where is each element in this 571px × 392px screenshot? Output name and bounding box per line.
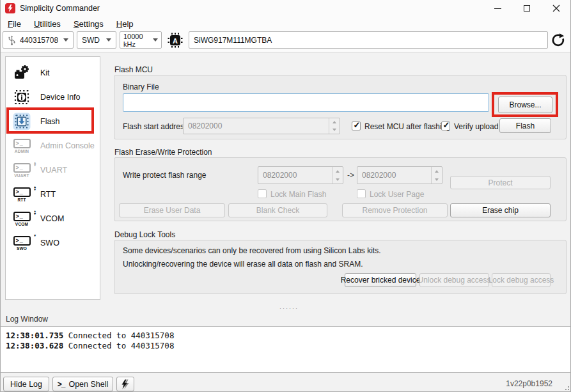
lock-user-page-label: Lock User Page — [370, 190, 424, 199]
protect-button: Protect — [450, 176, 551, 189]
debug-lock-section-title: Debug Lock Tools — [114, 230, 175, 239]
sidebar-item-admin-console: >_ ADMIN Admin Console — [6, 134, 100, 158]
vcom-icon: >_▴▾ VCOM — [11, 212, 33, 226]
flash-start-address-label: Flash start address: — [123, 122, 190, 131]
sidebar-item-label: SWO — [40, 239, 59, 247]
protect-range-to-spinbox: 08202000 — [357, 166, 442, 184]
lock-debug-access-button: Lock debug access — [492, 273, 551, 287]
target-part-icon: A — [167, 32, 184, 49]
resize-grip[interactable] — [563, 384, 569, 390]
device-select[interactable]: 440315708 — [3, 31, 74, 49]
device-info-icon — [11, 89, 33, 106]
splitter-handle[interactable] — [275, 307, 303, 311]
maximize-button[interactable] — [512, 0, 542, 17]
sidebar-item-label: Admin Console — [40, 141, 95, 150]
chevron-down-icon — [153, 38, 158, 42]
window-title: Simplicity Commander — [20, 4, 100, 13]
browse-button[interactable]: Browse... — [498, 97, 552, 113]
kit-icon — [11, 65, 33, 81]
minimize-icon — [494, 8, 501, 9]
usb-icon — [8, 35, 16, 45]
verify-upload-checkbox-label: Verify upload — [454, 122, 498, 131]
spin-down-icon — [332, 175, 343, 184]
spin-up-icon — [332, 167, 343, 175]
log-window-title: Log Window — [6, 315, 48, 324]
spin-up-icon — [432, 167, 442, 175]
verify-upload-checkbox[interactable] — [441, 122, 450, 130]
chevron-down-icon — [106, 38, 111, 42]
menu-help[interactable]: Help — [110, 18, 140, 30]
admin-console-icon: >_ ADMIN — [11, 139, 33, 153]
menu-file[interactable]: File — [1, 18, 27, 30]
recover-bricked-device-button[interactable]: Recover bricked device — [345, 273, 416, 287]
binary-file-label: Binary File — [123, 82, 159, 91]
sidebar-item-vcom[interactable]: >_▴▾ VCOM VCOM — [6, 207, 100, 231]
flash-icon — [11, 113, 33, 130]
sidebar-item-device-info[interactable]: Device Info — [6, 85, 100, 109]
simplicity-commander-window: Simplicity Commander File Utilities Sett… — [0, 0, 571, 392]
range-arrow-label: -> — [347, 171, 354, 180]
sidebar-item-label: VUART — [40, 166, 67, 175]
flash-start-address-value: 08202000 — [184, 118, 329, 134]
flash-mcu-section-title: Flash MCU — [114, 65, 153, 74]
chevron-down-icon — [63, 38, 68, 42]
erase-user-data-button: Erase User Data — [119, 203, 225, 217]
interface-value: SWD — [82, 36, 100, 45]
speed-value: 10000 kHz — [123, 33, 149, 48]
interface-select[interactable]: SWD — [77, 31, 116, 49]
lightning-icon — [120, 379, 130, 390]
open-shell-button[interactable]: >_ Open Shell — [52, 377, 113, 391]
spin-down-icon — [329, 126, 340, 134]
binary-file-input[interactable] — [123, 93, 489, 112]
swo-icon: >_▾ SWO — [11, 236, 33, 251]
lock-user-page-checkbox — [357, 189, 366, 198]
menu-utilities[interactable]: Utilities — [27, 18, 67, 30]
menu-settings[interactable]: Settings — [67, 18, 110, 30]
erase-chip-button[interactable]: Erase chip — [450, 203, 551, 217]
speed-select[interactable]: 10000 kHz — [120, 31, 162, 49]
device-name-input[interactable] — [189, 31, 548, 49]
hide-log-button[interactable]: Hide Log — [3, 377, 49, 391]
write-protect-range-label: Write protect flash range — [123, 171, 207, 180]
sidebar-item-rtt[interactable]: >_▴▾ RTT RTT — [6, 182, 100, 207]
sidebar-item-flash[interactable]: Flash — [6, 109, 100, 134]
title-bar: Simplicity Commander — [0, 0, 571, 17]
log-entry: 12:38:01.735 Connected to 440315708 — [6, 331, 565, 341]
log-output: 12:38:01.735 Connected to 440315708 12:3… — [1, 326, 570, 373]
protect-range-from-value: 08202000 — [258, 167, 332, 184]
refresh-icon[interactable] — [551, 32, 567, 49]
svg-text:A: A — [173, 37, 178, 45]
sidebar-item-label: Kit — [40, 68, 50, 77]
debug-lock-info-line2: Unlocking/recovering the device will era… — [123, 260, 363, 269]
shell-prompt-icon: >_ — [58, 380, 65, 389]
sidebar: Kit Device Info — [5, 56, 100, 300]
blank-check-button: Blank Check — [228, 203, 327, 217]
remove-protection-button: Remove Protection — [342, 203, 448, 217]
sidebar-item-label: Flash — [40, 117, 60, 126]
flash-shortcut-button[interactable] — [116, 377, 134, 391]
sidebar-item-swo[interactable]: >_▾ SWO SWO — [6, 231, 100, 255]
flash-start-address-spinbox: 08202000 — [183, 118, 340, 134]
sidebar-item-vuart: >_▴▾ VUART VUART — [6, 158, 100, 182]
lock-main-flash-label: Lock Main Flash — [270, 190, 326, 199]
menu-bar: File Utilities Settings Help — [1, 17, 140, 30]
log-entry: 12:38:03.628 Connected to 440315708 — [6, 341, 565, 351]
device-serial-value: 440315708 — [20, 36, 58, 45]
minimize-button[interactable] — [483, 0, 512, 17]
reset-mcu-checkbox-label: Reset MCU after flashing — [364, 122, 450, 131]
close-icon — [552, 4, 560, 12]
version-label: 1v22p0b1952 — [506, 379, 552, 388]
close-button[interactable] — [542, 0, 571, 17]
unlock-debug-access-button: Unlock debug access — [419, 273, 489, 287]
sidebar-item-kit[interactable]: Kit — [6, 61, 100, 85]
sidebar-item-label: Device Info — [40, 93, 81, 102]
reset-mcu-checkbox[interactable] — [352, 122, 361, 130]
protect-range-from-spinbox: 08202000 — [258, 166, 343, 184]
rtt-icon: >_▴▾ RTT — [11, 187, 33, 202]
app-logo-icon — [5, 3, 15, 13]
protect-range-to-value: 08202000 — [357, 167, 431, 184]
debug-lock-info-line1: Some devices/scenarios can only be recov… — [123, 246, 381, 255]
flash-button[interactable]: Flash — [499, 118, 551, 133]
sidebar-item-label: VCOM — [40, 214, 65, 223]
vuart-icon: >_▴▾ VUART — [11, 163, 33, 178]
